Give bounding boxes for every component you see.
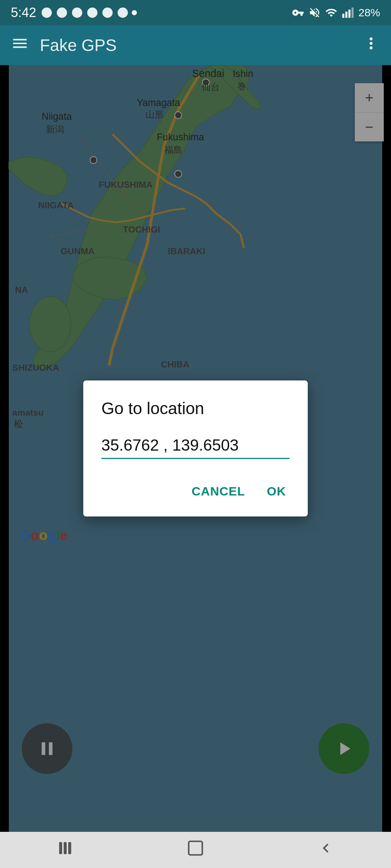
key-icon — [292, 7, 304, 19]
svg-rect-47 — [68, 842, 71, 854]
status-time: 5:42 — [11, 5, 36, 20]
signal-icon — [342, 7, 354, 19]
dialog-title: Go to location — [101, 399, 290, 418]
back-icon — [317, 839, 335, 857]
svg-point-4 — [102, 8, 113, 18]
svg-rect-9 — [352, 8, 354, 18]
svg-rect-46 — [64, 842, 67, 854]
back-button[interactable] — [317, 839, 335, 861]
cancel-button[interactable]: CANCEL — [188, 477, 249, 506]
svg-rect-7 — [345, 12, 348, 18]
home-button[interactable] — [186, 839, 205, 861]
app-bar: Fake GPS — [0, 25, 391, 65]
svg-point-0 — [42, 8, 52, 18]
snapchat-icon-2 — [56, 7, 68, 19]
status-right: 28% — [292, 7, 380, 19]
recents-icon — [56, 839, 74, 857]
svg-rect-45 — [59, 842, 62, 854]
go-to-location-dialog: Go to location CANCEL OK — [83, 380, 308, 516]
svg-point-5 — [118, 8, 128, 18]
mute-icon — [308, 7, 321, 19]
menu-icon[interactable] — [11, 34, 29, 56]
snapchat-icon-3 — [71, 7, 83, 19]
ok-button[interactable]: OK — [263, 477, 290, 506]
svg-rect-6 — [342, 14, 344, 18]
more-options-icon[interactable] — [362, 34, 380, 56]
status-bar: 5:42 28% — [0, 0, 391, 25]
app-title: Fake GPS — [40, 35, 362, 55]
svg-rect-8 — [348, 10, 350, 18]
status-left: 5:42 — [11, 5, 137, 20]
svg-rect-48 — [189, 841, 202, 855]
snapchat-icon-6 — [117, 7, 129, 19]
status-icons — [41, 7, 137, 19]
svg-point-1 — [57, 8, 67, 18]
snapchat-icon-1 — [41, 7, 53, 19]
home-icon — [186, 839, 205, 857]
recents-button[interactable] — [56, 839, 74, 861]
svg-point-3 — [87, 8, 97, 18]
wifi-icon — [325, 7, 337, 19]
dialog-overlay[interactable]: Go to location CANCEL OK — [0, 65, 391, 832]
snapchat-icon-5 — [101, 7, 114, 19]
location-input[interactable] — [101, 433, 290, 458]
battery-indicator: 28% — [358, 7, 380, 19]
notification-dot — [132, 10, 137, 15]
dialog-actions: CANCEL OK — [101, 473, 290, 506]
navigation-bar — [0, 832, 391, 868]
snapchat-icon-4 — [86, 7, 98, 19]
dialog-input-container — [101, 433, 290, 459]
status-right-icons: 28% — [292, 7, 380, 19]
svg-point-2 — [72, 8, 82, 18]
